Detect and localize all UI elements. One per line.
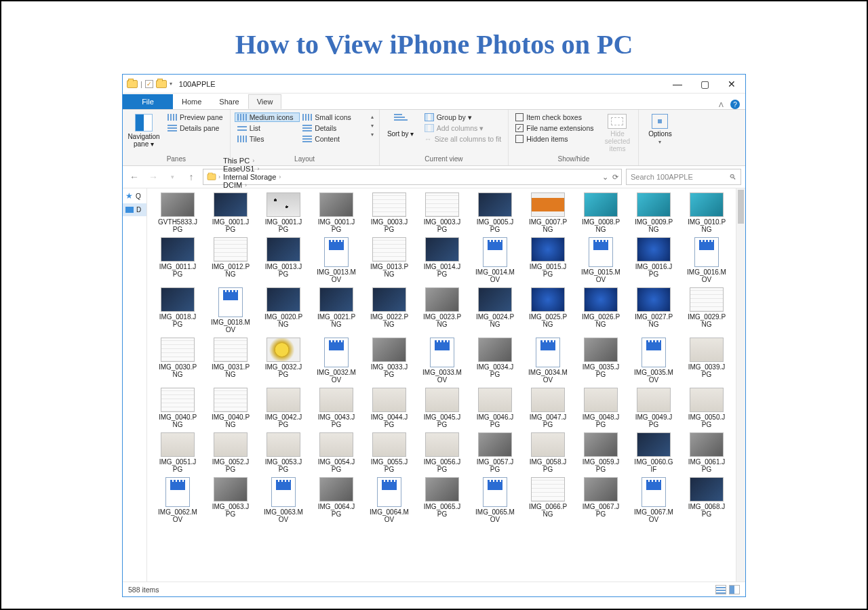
qat-checkbox-icon[interactable]: ✓ [145, 80, 153, 88]
file-item[interactable]: IMG_0009.PNG [629, 192, 679, 233]
file-item[interactable]: IMG_0061.JPG [682, 432, 732, 473]
file-item[interactable]: IMG_0053.JPG [258, 432, 309, 473]
file-item[interactable]: IMG_0031.PNG [205, 338, 256, 384]
file-item[interactable]: IMG_0025.PNG [523, 287, 573, 333]
qat-dropdown-icon[interactable]: ▾ [170, 81, 172, 87]
file-item[interactable]: IMG_0014.JPG [417, 237, 467, 283]
file-item[interactable]: GVTH5833.JPG [153, 192, 203, 233]
collapse-ribbon-icon[interactable]: ᐱ [719, 101, 724, 108]
qat-folder-icon[interactable] [156, 80, 167, 88]
file-item[interactable]: IMG_0018.JPG [153, 287, 203, 333]
file-item[interactable]: IMG_0029.PNG [682, 287, 732, 333]
sort-by-button[interactable]: Sort by ▾ [384, 113, 418, 139]
options-button[interactable]: Options ▾ [643, 113, 677, 146]
file-item[interactable]: IMG_0033.MOV [417, 338, 467, 384]
close-button[interactable]: ✕ [718, 75, 745, 94]
file-item[interactable]: IMG_0014.MOV [470, 237, 520, 283]
file-item[interactable]: IMG_0043.JPG [311, 388, 361, 428]
hidden-items-toggle[interactable]: Hidden items [513, 134, 596, 144]
file-item[interactable]: IMG_0045.JPG [417, 388, 467, 428]
vertical-scrollbar[interactable] [736, 188, 745, 582]
file-item[interactable]: IMG_0059.JPG [576, 432, 626, 473]
file-item[interactable]: IMG_0022.PNG [364, 287, 414, 333]
nav-up-button[interactable]: ↑ [184, 169, 199, 184]
file-item[interactable]: IMG_0063.MOV [258, 477, 309, 523]
content-area[interactable]: GVTH5833.JPGIMG_0001.JPGIMG_0001.JPGIMG_… [147, 188, 745, 582]
file-item[interactable]: IMG_0020.PNG [258, 287, 309, 333]
layout-content[interactable]: Content [300, 134, 366, 144]
file-item[interactable]: IMG_0068.JPG [682, 477, 732, 523]
file-item[interactable]: IMG_0001.JPG [258, 192, 309, 233]
tab-view[interactable]: View [248, 94, 282, 109]
file-item[interactable]: IMG_0057.JPG [470, 432, 520, 473]
file-item[interactable]: IMG_0015.JPG [523, 237, 573, 283]
file-item[interactable]: IMG_0060.GIF [629, 432, 679, 473]
item-checkboxes-toggle[interactable]: Item check boxes [513, 113, 596, 122]
file-item[interactable]: IMG_0021.PNG [311, 287, 361, 333]
file-item[interactable]: IMG_0066.PNG [523, 477, 573, 523]
file-item[interactable]: IMG_0001.JPG [311, 192, 361, 233]
file-item[interactable]: IMG_0016.JPG [629, 237, 679, 283]
layout-medium-icons[interactable]: Medium icons [235, 113, 300, 122]
file-extensions-toggle[interactable]: ✓File name extensions [513, 123, 596, 133]
file-item[interactable]: IMG_0016.MOV [682, 237, 732, 283]
file-item[interactable]: IMG_0042.JPG [258, 388, 309, 428]
view-large-icon[interactable] [729, 585, 740, 594]
file-item[interactable]: IMG_0030.PNG [153, 338, 203, 384]
file-item[interactable]: IMG_0010.PNG [682, 192, 732, 233]
file-item[interactable]: IMG_0064.JPG [311, 477, 361, 523]
tab-share[interactable]: Share [210, 94, 248, 109]
file-item[interactable]: IMG_0015.MOV [576, 237, 626, 283]
search-box[interactable]: Search 100APPLE 🔍︎ [626, 169, 741, 185]
file-item[interactable]: IMG_0023.PNG [417, 287, 467, 333]
file-item[interactable]: IMG_0005.JPG [470, 192, 520, 233]
file-item[interactable]: IMG_0054.JPG [311, 432, 361, 473]
layout-list[interactable]: List [235, 123, 300, 133]
details-pane-button[interactable]: Details pane [165, 123, 226, 133]
file-item[interactable]: IMG_0007.PNG [523, 192, 573, 233]
file-item[interactable]: IMG_0065.JPG [417, 477, 467, 523]
file-item[interactable]: IMG_0058.JPG [523, 432, 573, 473]
tab-home[interactable]: Home [173, 94, 210, 109]
file-item[interactable]: IMG_0011.JPG [153, 237, 203, 283]
file-item[interactable]: IMG_0027.PNG [629, 287, 679, 333]
file-item[interactable]: IMG_0012.PNG [205, 237, 256, 283]
file-item[interactable]: IMG_0046.JPG [470, 388, 520, 428]
file-item[interactable]: IMG_0024.PNG [470, 287, 520, 333]
breadcrumb-dropdown-icon[interactable]: ⌄ [602, 173, 608, 182]
file-item[interactable]: IMG_0051.JPG [153, 432, 203, 473]
sidebar-quick-access[interactable]: ★Q [123, 188, 146, 203]
layout-scroll[interactable]: ▴▾▾ [370, 113, 375, 139]
file-item[interactable]: IMG_0034.MOV [523, 338, 573, 384]
breadcrumb-segment[interactable]: EaseUS1› [222, 165, 282, 173]
file-item[interactable]: IMG_0044.JPG [364, 388, 414, 428]
file-item[interactable]: IMG_0048.JPG [576, 388, 626, 428]
file-item[interactable]: IMG_0013.MOV [311, 237, 361, 283]
layout-small-icons[interactable]: Small icons [300, 113, 366, 122]
breadcrumb-segment[interactable]: This PC› [222, 157, 282, 165]
navigation-pane-button[interactable]: Navigation pane ▾ [127, 113, 161, 149]
file-item[interactable]: IMG_0067.MOV [629, 477, 679, 523]
file-item[interactable]: IMG_0049.JPG [629, 388, 679, 428]
file-item[interactable]: IMG_0026.PNG [576, 287, 626, 333]
tab-file[interactable]: File [123, 94, 173, 109]
file-item[interactable]: IMG_0067.JPG [576, 477, 626, 523]
file-item[interactable]: IMG_0064.MOV [364, 477, 414, 523]
preview-pane-button[interactable]: Preview pane [165, 113, 226, 122]
layout-details[interactable]: Details [300, 123, 366, 133]
help-icon[interactable]: ? [730, 100, 740, 109]
breadcrumb-segment[interactable]: Internal Storage› [222, 173, 282, 181]
file-item[interactable]: IMG_0032.JPG [258, 338, 309, 384]
file-item[interactable]: IMG_0047.JPG [523, 388, 573, 428]
file-item[interactable]: IMG_0013.PNG [364, 237, 414, 283]
file-item[interactable]: IMG_0040.PNG [153, 388, 203, 428]
scrollbar-thumb[interactable] [738, 190, 744, 224]
file-item[interactable]: IMG_0018.MOV [205, 287, 256, 333]
file-item[interactable]: IMG_0033.JPG [364, 338, 414, 384]
file-item[interactable]: IMG_0055.JPG [364, 432, 414, 473]
file-item[interactable]: IMG_0008.PNG [576, 192, 626, 233]
file-item[interactable]: IMG_0065.MOV [470, 477, 520, 523]
minimize-button[interactable]: — [664, 75, 691, 94]
file-item[interactable]: IMG_0035.JPG [576, 338, 626, 384]
file-item[interactable]: IMG_0062.MOV [153, 477, 203, 523]
